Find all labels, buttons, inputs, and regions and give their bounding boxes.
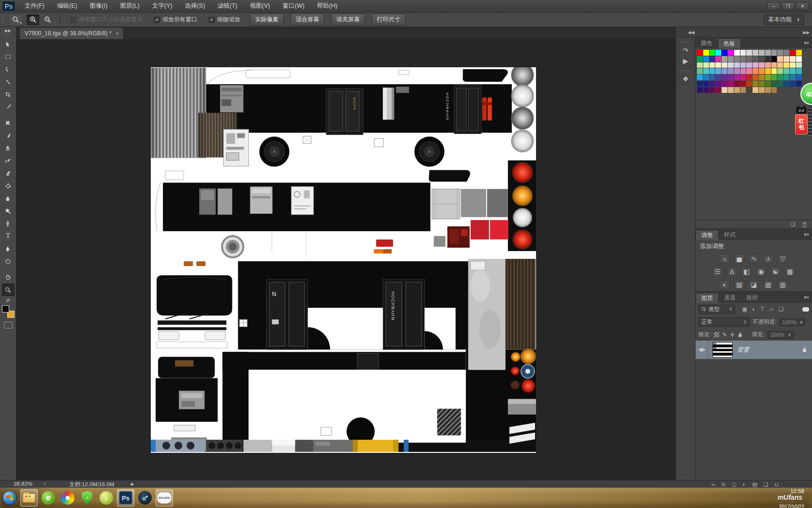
taskbar-music[interactable]: ♪ xyxy=(98,489,115,507)
filter-kind-combo[interactable]: 类型 ⇕ xyxy=(698,305,735,314)
fill-combo[interactable]: 100% ▾ xyxy=(768,331,794,339)
swatch[interactable] xyxy=(753,87,758,93)
swatch[interactable] xyxy=(790,50,796,56)
swatch[interactable] xyxy=(759,50,765,56)
swatch[interactable] xyxy=(734,56,740,62)
blur-tool[interactable] xyxy=(2,192,14,205)
swatch[interactable] xyxy=(710,68,715,74)
filter-type-layers-icon[interactable]: T xyxy=(761,306,764,313)
color-lookup-icon[interactable]: ▦ xyxy=(785,267,795,276)
swatch[interactable] xyxy=(765,50,771,56)
swatch[interactable] xyxy=(734,62,740,68)
menu-item[interactable]: 文件(F) xyxy=(18,2,51,10)
ellipse-shape-tool[interactable] xyxy=(2,255,14,268)
swatch[interactable] xyxy=(728,68,734,74)
swatch[interactable] xyxy=(722,75,727,80)
swatch[interactable] xyxy=(771,62,777,68)
delete-swatch-icon[interactable] xyxy=(802,222,807,227)
swatch[interactable] xyxy=(796,56,802,62)
layer-name[interactable]: 背景 xyxy=(737,346,749,354)
new-layer-icon[interactable]: ❏ xyxy=(764,481,768,488)
swatch[interactable] xyxy=(777,68,783,74)
taskbar-photoshop[interactable]: Ps xyxy=(117,489,134,507)
collapse-dock-icon[interactable]: ◀◀ xyxy=(688,30,695,35)
filter-shape-layers-icon[interactable]: ▱ xyxy=(769,306,773,313)
tab-adjustments[interactable]: 调整 xyxy=(696,230,719,240)
swatch[interactable] xyxy=(715,56,721,62)
swatch[interactable] xyxy=(746,87,752,93)
eraser-tool[interactable] xyxy=(2,167,14,179)
restore-button[interactable]: ❐ xyxy=(782,2,795,10)
layer-row-background[interactable]: 背景 xyxy=(696,341,812,359)
filter-toggle[interactable] xyxy=(802,307,809,312)
posterize-icon[interactable]: ▨ xyxy=(734,280,744,289)
threshold-icon[interactable]: ◪ xyxy=(749,280,759,289)
swatch[interactable] xyxy=(715,62,721,68)
tab-layers[interactable]: 图层 xyxy=(696,293,719,303)
swatch[interactable] xyxy=(771,75,777,80)
layer-thumbnail[interactable] xyxy=(712,342,733,358)
swatch[interactable] xyxy=(753,56,758,62)
add-mask-icon[interactable]: ◻ xyxy=(732,481,736,488)
clone-stamp-tool[interactable] xyxy=(2,142,14,154)
zoom-action-button[interactable]: 适合屏幕 xyxy=(290,14,324,26)
hue-saturation-icon[interactable]: ☰ xyxy=(712,267,723,276)
swatch[interactable] xyxy=(722,50,727,56)
swatch[interactable] xyxy=(697,56,703,62)
lasso-tool[interactable] xyxy=(2,63,14,75)
layer-style-icon[interactable]: fx xyxy=(722,481,726,487)
swatch[interactable] xyxy=(790,75,796,80)
swatch[interactable] xyxy=(771,56,777,62)
swatch[interactable] xyxy=(703,87,709,93)
taskbar-media-viewer[interactable] xyxy=(59,489,76,507)
document-canvas[interactable]: BAHN HOCHBAHN xyxy=(16,40,676,480)
swatch[interactable] xyxy=(777,81,783,87)
swatch[interactable] xyxy=(777,50,783,56)
swatch[interactable] xyxy=(697,75,703,80)
swatch[interactable] xyxy=(783,50,789,56)
menu-item[interactable]: 文字(Y) xyxy=(146,2,179,10)
taskbar-solaris[interactable]: SOLARIS xyxy=(156,489,173,507)
delete-layer-icon[interactable]: ⊔ xyxy=(774,481,779,488)
swatch[interactable] xyxy=(759,87,765,93)
levels-icon[interactable]: ▅ xyxy=(734,254,744,263)
gradient-map-icon[interactable]: ▧ xyxy=(763,280,773,289)
swatch[interactable] xyxy=(710,62,715,68)
zoom-tool-preset[interactable]: ▾ xyxy=(8,14,23,26)
swatch[interactable] xyxy=(740,87,746,93)
swatch[interactable] xyxy=(746,68,752,74)
swatch[interactable] xyxy=(771,50,777,56)
swatch[interactable] xyxy=(740,68,746,74)
tab-channels[interactable]: 通道 xyxy=(719,293,741,303)
swatch[interactable] xyxy=(790,68,796,74)
vibrance-icon[interactable]: ▽ xyxy=(778,254,788,263)
swatch[interactable] xyxy=(710,87,715,93)
swatch[interactable] xyxy=(722,68,727,74)
swatch[interactable] xyxy=(697,62,703,68)
swatch[interactable] xyxy=(759,56,765,62)
menu-item[interactable]: 图层(L) xyxy=(114,2,145,10)
zoom-tool[interactable] xyxy=(2,284,14,296)
tab-swatches[interactable]: 色板 xyxy=(718,38,741,48)
swatch[interactable] xyxy=(715,87,721,93)
swatch[interactable] xyxy=(759,75,765,80)
swatch[interactable] xyxy=(777,75,783,80)
opacity-combo[interactable]: 100% ▾ xyxy=(779,318,805,326)
menu-item[interactable]: 编辑(E) xyxy=(51,2,84,10)
history-panel-button[interactable]: ↷ xyxy=(683,47,689,54)
swatch[interactable] xyxy=(728,81,734,87)
new-group-icon[interactable]: ▤ xyxy=(752,481,757,488)
swatch[interactable] xyxy=(790,81,796,87)
swatch[interactable] xyxy=(740,75,746,80)
menu-item[interactable]: 滤镜(T) xyxy=(211,2,244,10)
menu-item[interactable]: 图像(I) xyxy=(84,2,114,10)
menu-item[interactable]: 视图(V) xyxy=(244,2,276,10)
zoom-action-button[interactable]: 填充屏幕 xyxy=(331,14,365,26)
swatch[interactable] xyxy=(765,87,771,93)
swatch[interactable] xyxy=(697,81,703,87)
swatch[interactable] xyxy=(728,75,734,80)
lock-all-icon[interactable] xyxy=(738,332,743,338)
tab-paths[interactable]: 路径 xyxy=(741,293,763,303)
swatch[interactable] xyxy=(777,62,783,68)
swatch[interactable] xyxy=(740,62,746,68)
